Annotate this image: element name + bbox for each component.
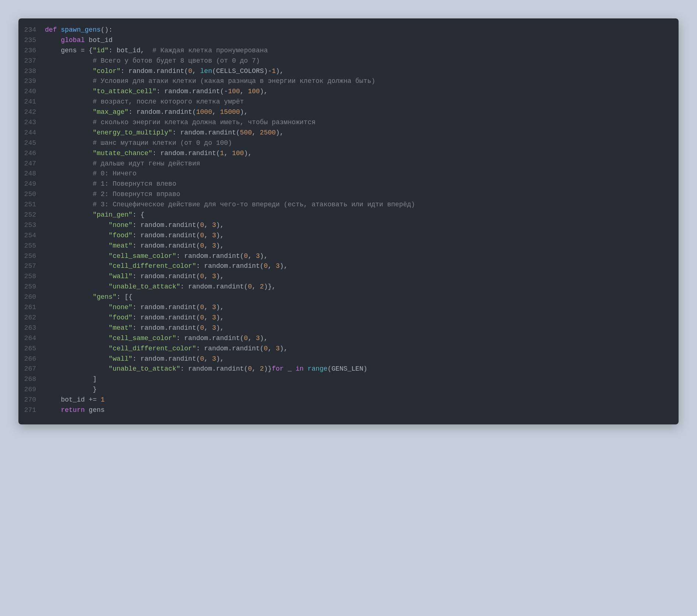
code-line[interactable]: 239 # Условия для атаки клетки (какая ра…	[18, 76, 668, 87]
line-number: 250	[18, 189, 45, 200]
code-line[interactable]: 264 "cell_same_color": random.randint(0,…	[18, 333, 668, 344]
code-line[interactable]: 263 "meat": random.randint(0, 3),	[18, 323, 668, 333]
code-content[interactable]: # 1: Повернутся влево	[45, 179, 176, 189]
code-line[interactable]: 265 "cell_different_color": random.randi…	[18, 344, 668, 354]
line-number: 246	[18, 148, 45, 159]
code-content[interactable]: "mutate_chance": random.randint(1, 100),	[45, 148, 252, 159]
code-content[interactable]: "unable_to_attack": random.randint(0, 2)…	[45, 364, 367, 374]
code-content[interactable]: "meat": random.randint(0, 3),	[45, 241, 224, 251]
code-line[interactable]: 246 "mutate_chance": random.randint(1, 1…	[18, 148, 668, 159]
code-line[interactable]: 236 gens = {"id": bot_id, # Каждая клетк…	[18, 46, 668, 56]
token-punc: ,	[204, 314, 212, 321]
code-line[interactable]: 266 "wall": random.randint(0, 3),	[18, 354, 668, 364]
token-num: 0	[248, 365, 252, 372]
token-punc: ),	[280, 262, 288, 270]
token-punc: ),	[216, 324, 224, 332]
code-content[interactable]: "food": random.randint(0, 3),	[45, 231, 224, 241]
code-content[interactable]: "none": random.randint(0, 3),	[45, 220, 224, 231]
code-content[interactable]: bot_id += 1	[45, 395, 105, 405]
token-punc: ,	[252, 365, 260, 372]
code-line[interactable]: 268 ]	[18, 374, 668, 385]
code-line[interactable]: 245 # шанс мутации клетки (от 0 до 100)	[18, 138, 668, 148]
code-content[interactable]: "wall": random.randint(0, 3),	[45, 354, 224, 364]
code-content[interactable]: # Условия для атаки клетки (какая разниц…	[45, 76, 375, 87]
code-content[interactable]: # шанс мутации клетки (от 0 до 100)	[45, 138, 232, 148]
token-str: "to_attack_cell"	[93, 88, 157, 95]
code-line[interactable]: 252 "pain_gen": {	[18, 210, 668, 220]
code-content[interactable]: return gens	[45, 405, 105, 416]
line-number: 239	[18, 76, 45, 87]
code-line[interactable]: 251 # 3: Спецефическое действие для чего…	[18, 200, 668, 210]
token-num: 3	[212, 304, 216, 311]
code-content[interactable]: "max_age": random.randint(1000, 15000),	[45, 107, 248, 118]
line-number: 247	[18, 159, 45, 169]
code-content[interactable]: "meat": random.randint(0, 3),	[45, 323, 224, 333]
code-line[interactable]: 262 "food": random.randint(0, 3),	[18, 313, 668, 323]
code-content[interactable]: # сколько энергии клетка должна иметь, ч…	[45, 118, 316, 128]
code-content[interactable]: "food": random.randint(0, 3),	[45, 313, 224, 323]
code-line[interactable]: 253 "none": random.randint(0, 3),	[18, 220, 668, 231]
token-num: 3	[212, 314, 216, 321]
code-line[interactable]: 259 "unable_to_attack": random.randint(0…	[18, 282, 668, 292]
code-line[interactable]: 260 "gens": [{	[18, 292, 668, 302]
code-content[interactable]: gens = {"id": bot_id, # Каждая клетка пр…	[45, 46, 268, 56]
code-content[interactable]: "cell_same_color": random.randint(0, 3),	[45, 333, 268, 344]
token-num: 100	[228, 88, 240, 95]
code-line[interactable]: 258 "wall": random.randint(0, 3),	[18, 272, 668, 282]
token-cmt: # 2: Повернутся вправо	[93, 190, 181, 198]
code-content[interactable]: ]	[45, 374, 97, 385]
token-punc: ),	[216, 242, 224, 249]
code-line[interactable]: 242 "max_age": random.randint(1000, 1500…	[18, 107, 668, 118]
code-content[interactable]: "none": random.randint(0, 3),	[45, 302, 224, 313]
code-line[interactable]: 255 "meat": random.randint(0, 3),	[18, 241, 668, 251]
code-line[interactable]: 254 "food": random.randint(0, 3),	[18, 231, 668, 241]
code-line[interactable]: 238 "color": random.randint(0, len(CELLS…	[18, 66, 668, 77]
code-line[interactable]: 256 "cell_same_color": random.randint(0,…	[18, 251, 668, 262]
code-content[interactable]: "cell_different_color": random.randint(0…	[45, 344, 288, 354]
code-content[interactable]: # 3: Спецефическое действие для чего-то …	[45, 200, 415, 210]
token-str: "cell_different_color"	[109, 262, 196, 270]
token-num: 3	[212, 221, 216, 229]
code-line[interactable]: 250 # 2: Повернутся вправо	[18, 189, 668, 200]
code-line[interactable]: 247 # дальше идут гены действия	[18, 159, 668, 169]
code-line[interactable]: 237 # Всего у ботов будет 8 цветов (от 0…	[18, 56, 668, 66]
code-line[interactable]: 243 # сколько энергии клетка должна имет…	[18, 118, 668, 128]
code-line[interactable]: 269 }	[18, 385, 668, 395]
code-content[interactable]: }	[45, 385, 97, 395]
code-content[interactable]: "cell_different_color": random.randint(0…	[45, 261, 288, 272]
code-content[interactable]: "gens": [{	[45, 292, 133, 302]
code-line[interactable]: 267 "unable_to_attack": random.randint(0…	[18, 364, 668, 374]
code-content[interactable]: # 0: Ничего	[45, 169, 136, 179]
code-content[interactable]: def spawn_gens():	[45, 25, 113, 35]
code-content[interactable]: # возраст, после которого клетка умрёт	[45, 97, 244, 107]
code-line[interactable]: 248 # 0: Ничего	[18, 169, 668, 179]
code-line[interactable]: 234def spawn_gens():	[18, 25, 668, 35]
code-content[interactable]: "energy_to_multiply": random.randint(500…	[45, 128, 284, 138]
line-number: 240	[18, 87, 45, 97]
code-content[interactable]: "color": random.randint(0, len(CELLS_COL…	[45, 66, 284, 77]
code-editor[interactable]: 234def spawn_gens():235 global bot_id236…	[18, 18, 679, 424]
code-content[interactable]: "pain_gen": {	[45, 210, 144, 220]
code-content[interactable]: # 2: Повернутся вправо	[45, 189, 180, 200]
line-number: 259	[18, 282, 45, 292]
code-line[interactable]: 249 # 1: Повернутся влево	[18, 179, 668, 189]
code-content[interactable]: "cell_same_color": random.randint(0, 3),	[45, 251, 268, 262]
code-line[interactable]: 235 global bot_id	[18, 35, 668, 46]
code-line[interactable]: 271 return gens	[18, 405, 668, 416]
code-line[interactable]: 270 bot_id += 1	[18, 395, 668, 405]
code-content[interactable]: # дальше идут гены действия	[45, 159, 200, 169]
code-content[interactable]: "wall": random.randint(0, 3),	[45, 272, 224, 282]
token-num: 0	[200, 304, 204, 311]
code-line[interactable]: 261 "none": random.randint(0, 3),	[18, 302, 668, 313]
code-content[interactable]: global bot_id	[45, 35, 113, 46]
code-line[interactable]: 257 "cell_different_color": random.randi…	[18, 261, 668, 272]
code-content[interactable]: "to_attack_cell": random.randint(-100, 1…	[45, 87, 268, 97]
code-line[interactable]: 240 "to_attack_cell": random.randint(-10…	[18, 87, 668, 97]
token-cmt: # Условия для атаки клетки (какая разниц…	[93, 77, 375, 85]
line-number: 262	[18, 313, 45, 323]
code-line[interactable]: 244 "energy_to_multiply": random.randint…	[18, 128, 668, 138]
token-num: 100	[248, 88, 260, 95]
code-content[interactable]: "unable_to_attack": random.randint(0, 2)…	[45, 282, 276, 292]
code-line[interactable]: 241 # возраст, после которого клетка умр…	[18, 97, 668, 107]
code-content[interactable]: # Всего у ботов будет 8 цветов (от 0 до …	[45, 56, 260, 66]
